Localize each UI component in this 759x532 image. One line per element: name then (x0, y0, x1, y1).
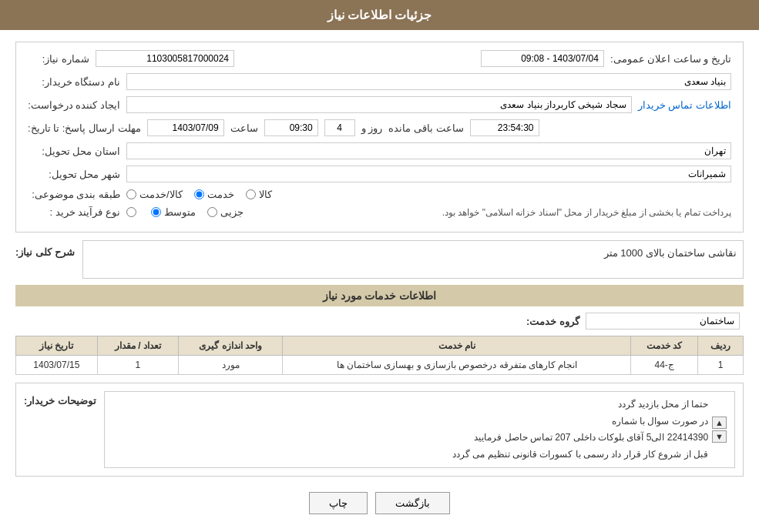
province-input (126, 142, 731, 159)
cell-service-code: ج-44 (631, 356, 698, 375)
purchase-type-jozi[interactable]: جزیی (207, 206, 243, 218)
need-description-label: شرح کلی نیاز: (15, 240, 75, 258)
city-input (126, 166, 731, 182)
need-number-label: شماره نیاز: (28, 53, 89, 65)
cell-row-num: 1 (698, 356, 744, 375)
contact-link[interactable]: اطلاعات تماس خریدار (638, 99, 731, 111)
deadline-time-input (264, 119, 318, 136)
day-and-label: روز و (361, 122, 383, 134)
col-service-code: کد خدمت (631, 336, 698, 356)
deadline-date-input (147, 119, 224, 136)
remaining-label: ساعت باقی مانده (388, 122, 463, 134)
category-kala-khedmat[interactable]: کالا/خدمت (126, 189, 183, 200)
col-service-name: نام خدمت (283, 336, 631, 356)
cell-unit: مورد (179, 356, 283, 375)
buyer-notes-section: ▲ ▼ حتما از محل بازدید گردد در صورت سوال… (15, 383, 744, 477)
deadline-label: مهلت ارسال پاسخ: تا تاریخ: (28, 122, 141, 134)
col-row-num: ردیف (698, 336, 744, 356)
col-date: تاریخ نیاز (16, 336, 98, 356)
date-label: تاریخ و ساعت اعلان عمومی: (610, 53, 731, 65)
purchase-type-other[interactable] (126, 207, 139, 217)
cell-qty: 1 (97, 356, 179, 375)
back-button[interactable]: بازگشت (375, 492, 450, 514)
province-label: استان محل تحویل: (28, 146, 120, 157)
buyer-notes-text: حتما از محل بازدید گردد در صورت سوال با … (452, 396, 708, 463)
deadline-time-label: ساعت (230, 122, 258, 134)
need-description-text: نقاشی ساختمان بالای 1000 متر (604, 247, 737, 259)
purchase-type-label: نوع فرآیند خرید : (28, 206, 120, 218)
action-buttons: بازگشت چاپ (15, 484, 744, 522)
city-label: شهر محل تحویل: (28, 169, 120, 180)
scroll-down-icon[interactable]: ▼ (712, 430, 727, 443)
cell-date: 1403/07/15 (16, 356, 98, 375)
cell-service-name: انجام کارهای متفرقه درخصوص بازسازی و بهس… (283, 356, 631, 375)
services-section-header: اطلاعات خدمات مورد نیاز (15, 285, 744, 306)
date-input[interactable] (481, 50, 604, 67)
need-number-input[interactable] (96, 50, 234, 67)
creator-input (126, 96, 632, 113)
category-kala[interactable]: کالا (246, 189, 272, 200)
buyer-notes-label: توضیحات خریدار: (24, 391, 96, 407)
scroll-up-icon[interactable]: ▲ (712, 417, 727, 429)
print-button[interactable]: چاپ (309, 492, 368, 514)
purchase-type-motavaset[interactable]: متوسط (151, 206, 196, 218)
category-label: طبقه بندی موضوعی: (28, 189, 120, 200)
col-qty: تعداد / مقدار (97, 336, 179, 356)
creator-label: ایجاد کننده درخواست: (28, 99, 120, 111)
remaining-time-input (470, 119, 539, 136)
days-input (324, 119, 355, 136)
purchase-type-note: پرداخت تمام یا بخشی از مبلغ خریدار از مح… (250, 207, 731, 218)
category-khedmat[interactable]: خدمت (194, 189, 234, 200)
col-unit: واحد اندازه گیری (179, 336, 283, 356)
buyer-name-label: نام دستگاه خریدار: (28, 76, 120, 88)
need-description-box: نقاشی ساختمان بالای 1000 متر (82, 240, 744, 279)
service-group-label: گروه خدمت: (526, 316, 579, 327)
service-group-input (586, 313, 740, 330)
services-table: ردیف کد خدمت نام خدمت واحد اندازه گیری ت… (15, 336, 744, 375)
buyer-name-input (126, 73, 731, 90)
page-title: جزئیات اطلاعات نیاز (0, 0, 759, 30)
table-row: 1 ج-44 انجام کارهای متفرقه درخصوص بازساز… (16, 356, 744, 375)
